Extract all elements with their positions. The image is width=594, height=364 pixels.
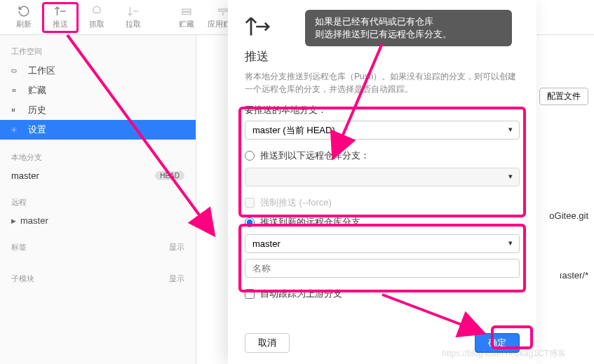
toolbar-stash[interactable]: 贮藏 [168,2,205,33]
head-badge: HEAD [155,171,184,180]
tags-title: 标签 [11,242,27,252]
stash-icon [180,5,193,18]
local-branch-select[interactable]: master (当前 HEAD) [245,121,520,140]
sidebar-item-label: 工作区 [28,65,55,77]
push-existing-label: 推送到以下远程仓库分支： [260,149,370,162]
svg-rect-3 [12,109,13,112]
push-existing-radio[interactable] [245,151,255,161]
tip-line-1: 如果是已经有代码或已有仓库 [315,15,502,28]
history-icon [11,105,22,116]
refresh-icon [18,5,30,18]
local-branches-title: 本地分支 [0,148,196,167]
sidebar-item-stash[interactable]: 贮藏 [0,81,196,100]
annotation-tip: 如果是已经有代码或已有仓库 则选择推送到已有远程仓库分支。 [305,10,512,46]
workspace-title: 工作空间 [0,42,196,61]
svg-rect-0 [182,9,191,11]
toolbar-label: 推送 [53,19,68,29]
toolbar-fetch[interactable]: 抓取 [79,2,115,33]
remote-master[interactable]: ▶ master [0,212,196,229]
submodules-header: 子模块 显示 [0,269,196,288]
auto-track-row[interactable]: 自动跟踪为上游分支 [245,288,520,300]
sidebar-item-history[interactable]: 历史 [0,100,196,120]
toolbar-refresh[interactable]: 刷新 [6,2,42,33]
toolbar-label: 贮藏 [179,19,194,29]
toolbar-pull[interactable]: 拉取 [115,2,151,33]
local-branch-master[interactable]: master HEAD [0,167,196,184]
auto-track-label: 自动跟踪为上游分支 [260,288,342,300]
config-file-button[interactable]: 配置文件 [539,88,588,105]
push-new-label: 推送到新的远程仓库分支 [260,216,360,229]
submodules-show-link[interactable]: 显示 [169,274,184,284]
push-dialog: 推送 将本地分支推送到远程仓库（Push）。如果没有追踪的分支，则可以创建一个远… [228,0,536,364]
push-icon [54,5,67,18]
force-push-label: 强制推送 (--force) [260,196,332,209]
sidebar: 工作空间 工作区 贮藏 历史 设置 本地分支 master HEAD 远程 ▶ … [0,35,196,364]
new-remote-select[interactable]: master [245,234,520,253]
fetch-icon [90,5,103,18]
submodules-title: 子模块 [11,274,34,284]
dialog-title: 推送 [245,48,520,65]
force-push-row: 强制推送 (--force) [245,196,520,209]
tags-show-link[interactable]: 显示 [169,242,184,252]
svg-rect-2 [219,9,227,11]
folder-icon [11,65,22,76]
dialog-description: 将本地分支推送到远程仓库（Push）。如果没有追踪的分支，则可以创建一个远程仓库… [245,70,520,95]
branch-name: master [11,170,39,181]
toolbar-label: 刷新 [16,19,32,29]
chevron-right-icon: ▶ [11,217,16,224]
remote-name: master [20,215,48,226]
toolbar-label: 拉取 [126,19,141,29]
sidebar-item-settings[interactable]: 设置 [0,120,196,140]
existing-remote-select [245,168,520,187]
svg-rect-1 [182,13,191,15]
sidebar-item-label: 设置 [28,123,46,136]
pull-icon [127,5,140,18]
branch-name-input[interactable] [245,259,520,278]
sidebar-item-label: 历史 [28,104,46,116]
gear-icon [11,124,22,135]
config-peek-1: oGitee.git [549,210,588,221]
tip-line-2: 则选择推送到已有远程仓库分支。 [315,28,502,41]
toolbar-push[interactable]: 推送 [42,2,79,33]
stack-icon [11,85,22,96]
auto-track-checkbox[interactable] [245,289,255,299]
push-new-radio-row[interactable]: 推送到新的远程仓库分支 [245,216,520,229]
cancel-button[interactable]: 取消 [245,333,290,353]
push-existing-radio-row[interactable]: 推送到以下远程仓库分支： [245,149,520,162]
push-large-icon [245,14,270,39]
sidebar-item-label: 贮藏 [28,84,46,97]
local-branch-label: 要推送的本地分支： [245,104,520,116]
force-push-checkbox [245,198,255,208]
svg-point-6 [13,129,15,130]
watermark: https://blog.csdn.net/kag1CT博客 [442,348,566,360]
push-new-radio[interactable] [245,217,255,227]
sidebar-item-workdir[interactable]: 工作区 [0,61,196,81]
toolbar-label: 抓取 [89,19,104,29]
svg-rect-4 [13,109,14,112]
config-peek-2: ıaster/* [560,270,588,281]
remotes-title: 远程 [0,193,196,212]
svg-rect-5 [14,109,15,112]
tags-header: 标签 显示 [0,238,196,257]
